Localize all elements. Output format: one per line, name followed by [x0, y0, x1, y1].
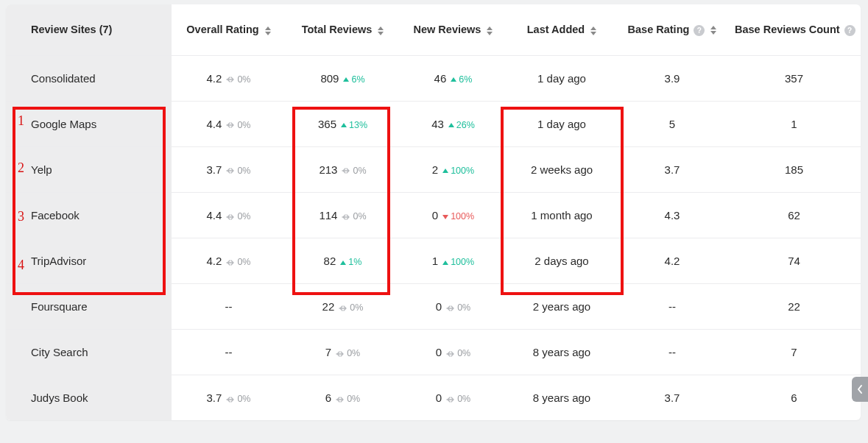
col-header-count[interactable]: Base Reviews Count ? [727, 4, 861, 55]
table-row[interactable]: Google Maps4.40%36513%4326%1 day ago51 [6, 101, 861, 146]
col-header-label: Base Rating [628, 24, 690, 35]
delta-indicator: 0% [226, 257, 250, 267]
delta-indicator: 100% [442, 257, 474, 267]
cell-last: 1 day ago [507, 55, 617, 101]
delta-indicator: 6% [451, 74, 472, 85]
cell-overall: -- [172, 283, 286, 329]
cell-site: Google Maps [6, 101, 172, 146]
sort-icon[interactable] [590, 26, 596, 35]
cell-count: 6 [727, 375, 861, 420]
delta-value: 0% [237, 257, 250, 267]
delta-indicator: 100% [442, 211, 474, 222]
cell-new: 00% [400, 375, 507, 420]
delta-indicator: 0% [336, 348, 360, 358]
cell-base: -- [617, 329, 727, 375]
cell-total: 60% [286, 375, 400, 420]
delta-value: 6% [459, 74, 472, 85]
delta-indicator: 0% [226, 166, 250, 176]
cell-overall: 4.40% [172, 192, 286, 238]
cell-last: 2 weeks ago [507, 146, 617, 192]
cell-base: 3.9 [617, 55, 727, 101]
sort-icon[interactable] [710, 26, 716, 35]
delta-indicator: 0% [342, 166, 366, 176]
col-header-new[interactable]: New Reviews [400, 4, 507, 55]
review-sites-table: Review Sites (7) Overall Rating Total Re… [6, 4, 861, 420]
table-header-row: Review Sites (7) Overall Rating Total Re… [6, 4, 861, 55]
table-row[interactable]: Yelp3.70%2130%2100%2 weeks ago3.7185 [6, 146, 861, 192]
cell-last: 2 years ago [507, 283, 617, 329]
cell-new: 2100% [400, 146, 507, 192]
cell-site: TripAdvisor [6, 238, 172, 283]
cell-base: 4.3 [617, 192, 727, 238]
delta-indicator: 0% [226, 394, 250, 404]
cell-total: 70% [286, 329, 400, 375]
cell-new: 466% [400, 55, 507, 101]
delta-indicator: 1% [340, 257, 361, 267]
delta-value: 0% [353, 166, 366, 176]
delta-value: 0% [353, 211, 366, 222]
col-header-label: Total Reviews [302, 24, 373, 35]
cell-total: 1140% [286, 192, 400, 238]
cell-overall: 4.20% [172, 55, 286, 101]
delta-value: 0% [237, 394, 250, 404]
delta-value: 100% [451, 257, 474, 267]
delta-value: 0% [347, 394, 360, 404]
cell-overall: 4.20% [172, 238, 286, 283]
cell-last: 8 years ago [507, 329, 617, 375]
col-header-site[interactable]: Review Sites (7) [6, 4, 172, 55]
cell-site: Judys Book [6, 375, 172, 420]
delta-value: 6% [351, 74, 364, 85]
delta-value: 0% [237, 211, 250, 222]
cell-site: City Search [6, 329, 172, 375]
cell-count: 185 [727, 146, 861, 192]
cell-base: 3.7 [617, 375, 727, 420]
help-icon[interactable]: ? [694, 25, 705, 36]
sort-icon[interactable] [378, 26, 384, 35]
delta-indicator: 26% [448, 120, 475, 130]
table-row[interactable]: Foursquare--220%00%2 years ago--22 [6, 283, 861, 329]
cell-last: 1 day ago [507, 101, 617, 146]
col-header-last[interactable]: Last Added [507, 4, 617, 55]
col-header-base[interactable]: Base Rating ? [617, 4, 727, 55]
help-icon[interactable]: ? [844, 25, 855, 36]
col-header-label: New Reviews [414, 24, 481, 35]
col-header-overall[interactable]: Overall Rating [172, 4, 286, 55]
cell-new: 0100% [400, 192, 507, 238]
cell-site: Foursquare [6, 283, 172, 329]
delta-value: 0% [457, 348, 470, 358]
col-header-label: Last Added [527, 24, 585, 35]
cell-count: 357 [727, 55, 861, 101]
delta-value: 0% [237, 166, 250, 176]
table-row[interactable]: Consolidated4.20%8096%466%1 day ago3.935… [6, 55, 861, 101]
delta-value: 0% [347, 348, 360, 358]
cell-site: Facebook [6, 192, 172, 238]
delta-value: 0% [457, 394, 470, 404]
cell-total: 821% [286, 238, 400, 283]
cell-total: 220% [286, 283, 400, 329]
delta-value: 0% [350, 302, 363, 313]
table-row[interactable]: Judys Book3.70%60%00%8 years ago3.76 [6, 375, 861, 420]
delta-indicator: 13% [341, 120, 367, 130]
cell-count: 1 [727, 101, 861, 146]
sort-icon[interactable] [487, 26, 493, 35]
cell-count: 62 [727, 192, 861, 238]
delta-value: 0% [457, 302, 470, 313]
sort-icon[interactable] [265, 26, 271, 35]
col-header-label: Review Sites (7) [31, 24, 112, 35]
cell-count: 74 [727, 238, 861, 283]
review-sites-card: Review Sites (7) Overall Rating Total Re… [6, 4, 861, 420]
delta-value: 1% [348, 257, 361, 267]
cell-site: Yelp [6, 146, 172, 192]
delta-value: 100% [451, 166, 474, 176]
delta-indicator: 0% [226, 120, 250, 130]
table-row[interactable]: Facebook4.40%1140%0100%1 month ago4.362 [6, 192, 861, 238]
table-row[interactable]: TripAdvisor4.20%821%1100%2 days ago4.274 [6, 238, 861, 283]
cell-new: 00% [400, 329, 507, 375]
cell-base: 5 [617, 101, 727, 146]
col-header-total[interactable]: Total Reviews [286, 4, 400, 55]
cell-overall: 4.40% [172, 101, 286, 146]
cell-count: 22 [727, 283, 861, 329]
table-row[interactable]: City Search--70%00%8 years ago--7 [6, 329, 861, 375]
delta-value: 26% [456, 120, 475, 130]
scroll-helper[interactable] [852, 377, 868, 402]
